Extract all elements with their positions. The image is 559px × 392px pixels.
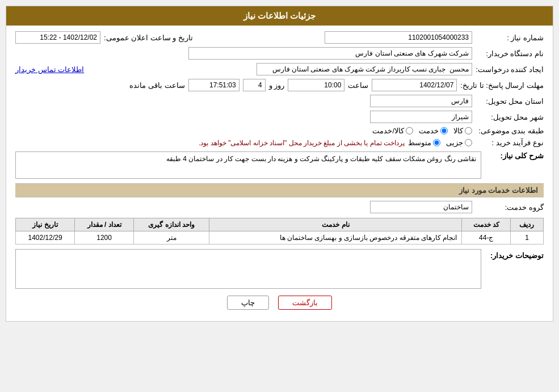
col-vahed: واحد اندازه گیری xyxy=(134,218,209,231)
ijad-konande-label: ایجاد کننده درخواست: xyxy=(476,65,544,74)
sharh-section: شرح کلی نیاز: نقاشی رنگ روغن مشکات سقف ک… xyxy=(15,151,544,179)
row-shomara: شماره نیاز : تاریخ و ساعت اعلان عمومی: xyxy=(15,31,544,44)
row-ostan: استان محل تحویل: xyxy=(15,95,544,107)
process-label: نوع فرآیند خرید : xyxy=(476,138,544,147)
row-ijad-konande: ایجاد کننده درخواست: اطلاعات تماس خریدار xyxy=(15,63,544,75)
shomara-label: شماره نیاز : xyxy=(476,33,544,42)
row-tosnif: طبقه بندی موضوعی: کالا خدمت کالا/خدمت xyxy=(15,127,544,135)
col-tedad: تعداد / مقدار xyxy=(75,218,134,231)
goroh-label: گروه خدمت: xyxy=(476,203,544,212)
col-radif: ردیف xyxy=(510,218,543,231)
saat-input[interactable] xyxy=(288,79,344,91)
khadamat-section-header: اطلاعات خدمات مورد نیاز xyxy=(15,183,544,197)
back-button[interactable]: بازگشت xyxy=(278,296,332,310)
content-area: شماره نیاز : تاریخ و ساعت اعلان عمومی: ن… xyxy=(6,26,553,321)
row-nam-dastgah: نام دستگاه خریدار: xyxy=(15,47,544,60)
row-mohlat: مهلت ارسال پاسخ: تا تاریخ: ساعت روز و سا… xyxy=(15,79,544,91)
shahr-input[interactable] xyxy=(370,111,472,123)
col-tarikh: تاریخ نیاز xyxy=(16,218,75,231)
nam-dastgah-input[interactable] xyxy=(188,47,472,60)
tosihaat-label: توضیحات خریدار: xyxy=(487,251,544,260)
process-note: پرداخت تمام یا بخشی از مبلغ خریدار محل "… xyxy=(199,139,405,147)
print-button[interactable]: چاپ xyxy=(227,296,269,310)
radio-kala[interactable]: کالا xyxy=(453,127,472,135)
cell-radif: 1 xyxy=(510,231,543,245)
page-header: جزئیات اطلاعات نیاز xyxy=(6,6,553,26)
rooz-label: روز و xyxy=(269,81,285,90)
remaining-label: ساعت باقی مانده xyxy=(129,81,184,90)
services-table-section: ردیف کد خدمت نام خدمت واحد اندازه گیری ت… xyxy=(15,218,544,245)
col-kod: کد خدمت xyxy=(462,218,511,231)
sharh-label: شرح کلی نیاز: xyxy=(487,151,544,160)
main-container: جزئیات اطلاعات نیاز شماره نیاز : تاریخ و… xyxy=(6,6,553,322)
ijad-konande-input[interactable] xyxy=(257,63,472,75)
cell-tarikh: 1402/12/29 xyxy=(16,231,75,245)
mohlat-date-input[interactable] xyxy=(372,79,457,91)
tarikh-input[interactable] xyxy=(15,31,100,44)
row-goroh: گروه خدمت: xyxy=(15,201,544,213)
shomara-input[interactable] xyxy=(325,31,472,44)
tosnif-label: طبقه بندی موضوعی: xyxy=(476,127,544,135)
shahr-label: شهر محل تحویل: xyxy=(476,113,544,121)
contact-link[interactable]: اطلاعات تماس خریدار xyxy=(15,65,84,74)
page-title: جزئیات اطلاعات نیاز xyxy=(243,11,316,20)
mohlat-label: مهلت ارسال پاسخ: تا تاریخ: xyxy=(460,81,544,90)
process-radios: جزیی متوسط xyxy=(408,138,472,147)
cell-vahed: متر xyxy=(134,231,209,245)
radio-kala-khadamat[interactable]: کالا/خدمت xyxy=(372,127,413,135)
radio-motavasset[interactable]: متوسط xyxy=(408,138,440,147)
tosihaat-section: توضیحات خریدار: xyxy=(15,249,544,289)
goroh-input[interactable] xyxy=(370,201,472,213)
tarikh-label: تاریخ و ساعت اعلان عمومی: xyxy=(104,33,193,42)
radio-jozi[interactable]: جزیی xyxy=(446,138,472,147)
tosihaat-textarea[interactable] xyxy=(15,249,481,289)
col-naam: نام خدمت xyxy=(209,218,462,231)
radio-khadamat[interactable]: خدمت xyxy=(419,127,448,135)
cell-tedad: 1200 xyxy=(75,231,134,245)
nam-dastgah-label: نام دستگاه خریدار: xyxy=(476,49,544,58)
rooz-input[interactable] xyxy=(243,79,266,91)
row-process: نوع فرآیند خرید : جزیی متوسط پرداخت تمام… xyxy=(15,138,544,147)
saat-label: ساعت xyxy=(348,81,368,90)
cell-naam: انجام کارهای متفرقه درخصوص بازسازی و بهس… xyxy=(209,231,462,245)
sharh-text: نقاشی رنگ روغن مشکات سقف کلیه طبقات و پا… xyxy=(15,151,481,179)
services-table: ردیف کد خدمت نام خدمت واحد اندازه گیری ت… xyxy=(15,218,544,245)
table-row: 1 ج-44 انجام کارهای متفرقه درخصوص بازساز… xyxy=(16,231,544,245)
cell-kod: ج-44 xyxy=(462,231,511,245)
remaining-input[interactable] xyxy=(188,79,239,91)
tosnif-radios: کالا خدمت کالا/خدمت xyxy=(372,127,472,135)
ostan-label: استان محل تحویل: xyxy=(476,97,544,106)
buttons-row: بازگشت چاپ xyxy=(15,296,544,310)
row-shahr: شهر محل تحویل: xyxy=(15,111,544,123)
ostan-input[interactable] xyxy=(370,95,472,107)
